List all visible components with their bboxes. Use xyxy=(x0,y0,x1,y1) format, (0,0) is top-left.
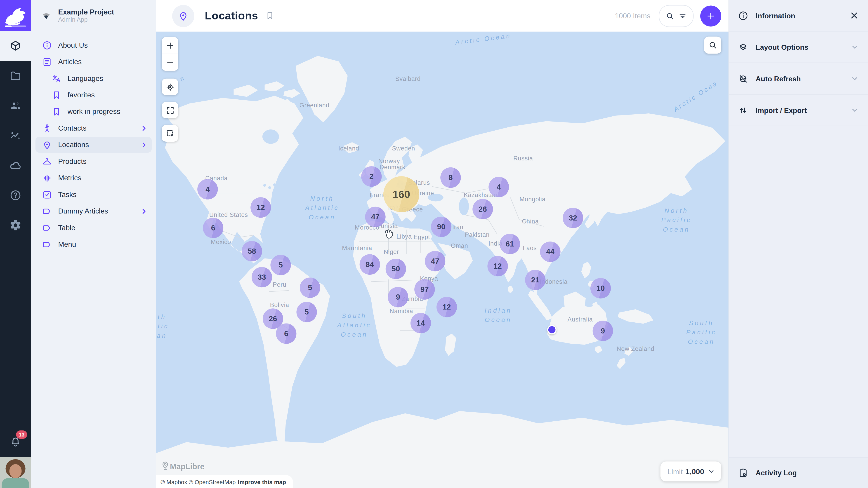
nav-item[interactable]: favorites xyxy=(35,87,152,103)
map-cluster[interactable]: 9 xyxy=(593,321,613,341)
map-cluster[interactable]: 90 xyxy=(431,217,452,237)
nav-item-label: Metrics xyxy=(58,174,148,182)
chevron-right-icon xyxy=(140,140,148,149)
clipboard-clock-icon xyxy=(738,467,748,478)
map-point-marker[interactable] xyxy=(547,325,557,335)
bookmark-icon[interactable] xyxy=(266,11,275,21)
map-cluster[interactable]: 4 xyxy=(489,177,509,197)
map-cluster[interactable]: 26 xyxy=(472,199,493,219)
close-icon[interactable] xyxy=(849,11,859,21)
nav-item[interactable]: Contacts xyxy=(35,120,152,136)
map-cluster[interactable]: 8 xyxy=(440,167,461,188)
country-label: Pakistan xyxy=(465,231,489,238)
box-select-button[interactable] xyxy=(162,125,178,141)
map-cluster[interactable]: 50 xyxy=(385,259,406,279)
maplibre-logo: MapLibre xyxy=(162,461,204,471)
nav-item[interactable]: Products xyxy=(35,153,152,169)
add-item-button[interactable] xyxy=(700,5,721,26)
map-cluster[interactable]: 9 xyxy=(388,287,408,307)
chevron-down-icon xyxy=(707,467,716,475)
sidebar-sections: Layout Options Auto Refresh Import / Exp… xyxy=(729,32,868,126)
app-logo[interactable] xyxy=(0,0,31,31)
sidebar-section[interactable]: Auto Refresh xyxy=(729,63,868,95)
module-icon xyxy=(9,100,22,112)
nav-item-icon xyxy=(42,57,52,67)
nav-item[interactable]: Dummy Articles xyxy=(35,203,152,219)
map-cluster[interactable]: 5 xyxy=(296,302,317,322)
sidebar-section-icon xyxy=(738,42,748,53)
nav-item-label: Dummy Articles xyxy=(58,207,133,215)
improve-map-link[interactable]: Improve this map xyxy=(238,478,286,485)
activity-log-button[interactable]: Activity Log xyxy=(729,457,868,488)
map-cluster[interactable]: 14 xyxy=(410,313,431,333)
country-label: Namibia xyxy=(390,308,413,314)
fullscreen-button[interactable] xyxy=(162,102,178,119)
ocean-label: SouthPacificOcean xyxy=(686,318,717,347)
module-button[interactable] xyxy=(0,31,31,61)
nav-item[interactable]: Metrics xyxy=(35,170,152,186)
nav-item[interactable]: Locations xyxy=(35,137,152,153)
map-cluster[interactable]: 10 xyxy=(590,278,611,299)
map-cluster[interactable]: 12 xyxy=(436,297,457,318)
country-label: Australia xyxy=(567,316,593,322)
module-button[interactable] xyxy=(0,210,31,240)
chevron-right-icon xyxy=(140,207,148,216)
search-filter-button[interactable] xyxy=(659,5,693,27)
map-attribution: © Mapbox © OpenStreetMap Improve this ma… xyxy=(156,475,293,488)
sidebar-section-information[interactable]: Information xyxy=(729,0,868,32)
collection-icon-button[interactable] xyxy=(172,5,194,27)
module-button[interactable] xyxy=(0,121,31,151)
limit-dropdown[interactable]: Limit 1,000 xyxy=(660,461,721,481)
map-cluster[interactable]: 5 xyxy=(300,278,320,298)
nav-item[interactable]: Table xyxy=(35,220,152,236)
map-cluster[interactable]: 97 xyxy=(414,279,435,300)
country-label: Peru xyxy=(273,281,286,288)
map-cluster[interactable]: 32 xyxy=(563,208,583,228)
map-search-button[interactable] xyxy=(704,37,721,54)
map-cluster[interactable]: 84 xyxy=(360,254,380,275)
map-cluster[interactable]: 160 xyxy=(383,176,419,212)
map-cluster[interactable]: 47 xyxy=(365,207,385,227)
nav-item[interactable]: Tasks xyxy=(35,186,152,202)
map-cluster[interactable]: 5 xyxy=(270,255,291,275)
fullscreen-icon xyxy=(165,105,175,115)
admin-app: 13 Example Project Admin App About Us xyxy=(0,0,868,488)
sidebar-section[interactable]: Import / Export xyxy=(729,95,868,126)
map-cluster[interactable]: 21 xyxy=(525,270,546,290)
zoom-in-button[interactable] xyxy=(162,37,178,54)
map-cluster[interactable]: 44 xyxy=(540,241,561,262)
module-button[interactable] xyxy=(0,91,31,121)
map-cluster[interactable]: 47 xyxy=(425,251,445,271)
map-cluster[interactable]: 12 xyxy=(487,256,508,276)
country-label: United States xyxy=(209,212,248,218)
nav-item[interactable]: Languages xyxy=(35,70,152,86)
nav-item[interactable]: work in progress xyxy=(35,103,152,120)
zoom-out-button[interactable] xyxy=(162,54,178,71)
main-content: Locations 1000 Items xyxy=(156,0,728,488)
nav-item[interactable]: Menu xyxy=(35,236,152,252)
nav-list: About Us Articles Languages favorites xyxy=(31,31,156,252)
map-cluster[interactable]: 2 xyxy=(361,166,382,187)
project-chooser[interactable]: Example Project Admin App xyxy=(31,0,156,31)
geolocate-button[interactable] xyxy=(162,78,178,95)
module-button[interactable] xyxy=(0,61,31,91)
map-cluster[interactable]: 6 xyxy=(203,218,223,238)
map-cluster[interactable]: 61 xyxy=(500,234,520,254)
map-cluster[interactable]: 33 xyxy=(252,267,272,288)
country-label: Mongolia xyxy=(520,196,546,202)
map-cluster[interactable]: 58 xyxy=(242,241,262,262)
connection-icon xyxy=(40,10,52,21)
nav-item[interactable]: About Us xyxy=(35,37,152,53)
module-button[interactable] xyxy=(0,151,31,180)
ocean-label: uthcificean xyxy=(156,312,169,340)
sidebar-section[interactable]: Layout Options xyxy=(729,32,868,63)
notifications-button[interactable]: 13 xyxy=(0,427,31,457)
user-avatar[interactable] xyxy=(0,457,31,488)
map-cluster[interactable]: 12 xyxy=(250,197,271,218)
module-button[interactable] xyxy=(0,180,31,210)
map-canvas[interactable]: CanadaUnited StatesMexicoGreenlandIcelan… xyxy=(156,32,728,488)
map-cluster[interactable]: 4 xyxy=(197,179,218,199)
nav-item[interactable]: Articles xyxy=(35,54,152,70)
map-cluster[interactable]: 6 xyxy=(276,323,297,344)
nav-item-icon xyxy=(42,223,52,233)
